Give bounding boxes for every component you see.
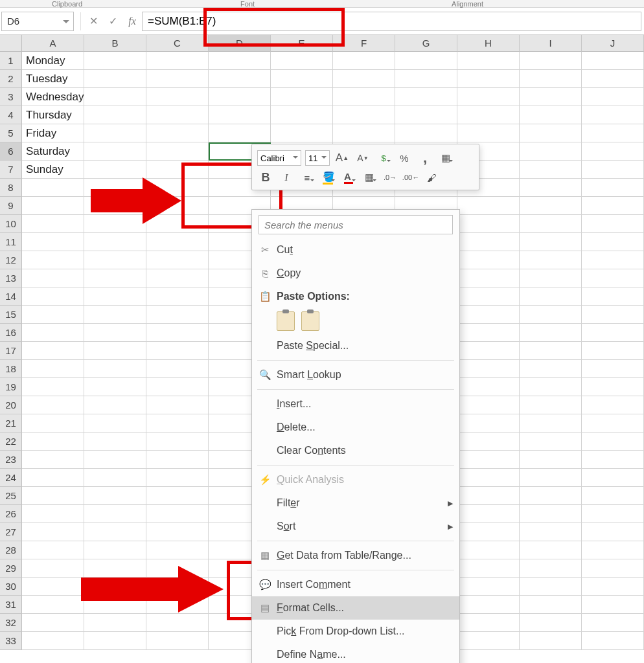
cell[interactable]	[457, 269, 520, 287]
cell[interactable]	[146, 433, 209, 451]
cell[interactable]	[146, 487, 209, 505]
cell[interactable]	[84, 52, 146, 70]
row-header[interactable]: 20	[0, 396, 22, 414]
decrease-font-button[interactable]: A▼	[354, 150, 371, 166]
cell[interactable]	[84, 269, 146, 287]
row-header[interactable]: 10	[0, 215, 22, 233]
cell[interactable]: Monday	[22, 52, 84, 70]
cell[interactable]	[457, 378, 520, 396]
cell[interactable]	[22, 632, 84, 650]
menu-item-insert[interactable]: Insert...	[252, 392, 459, 416]
cell[interactable]	[520, 541, 582, 559]
cell[interactable]	[582, 70, 644, 88]
cell[interactable]	[84, 342, 146, 360]
cell[interactable]	[520, 251, 582, 269]
cell[interactable]	[457, 596, 520, 614]
cell[interactable]	[457, 414, 520, 433]
cell[interactable]	[22, 414, 84, 433]
row-header[interactable]: 24	[0, 469, 22, 487]
cell[interactable]	[146, 523, 209, 541]
cell[interactable]	[457, 324, 520, 342]
cell[interactable]	[146, 469, 209, 487]
cell[interactable]	[457, 360, 520, 378]
cell[interactable]	[146, 269, 209, 287]
cell[interactable]	[582, 632, 644, 650]
cell[interactable]	[84, 451, 146, 469]
cell[interactable]	[520, 433, 582, 451]
conditional-format-button[interactable]: ▦	[437, 150, 454, 166]
row-header[interactable]: 4	[0, 106, 22, 124]
cell[interactable]	[209, 124, 271, 142]
menu-item-copy[interactable]: ⎘ Copy	[252, 262, 459, 285]
cell[interactable]	[582, 215, 644, 233]
cell[interactable]	[22, 433, 84, 451]
cell[interactable]	[520, 360, 582, 378]
cell[interactable]: Tuesday	[22, 70, 84, 88]
cell[interactable]	[457, 487, 520, 505]
cell[interactable]	[395, 106, 457, 124]
cell[interactable]	[457, 88, 520, 106]
cell[interactable]	[22, 559, 84, 578]
cell[interactable]	[84, 233, 146, 251]
cell[interactable]	[457, 614, 520, 632]
cell[interactable]	[146, 360, 209, 378]
menu-item-smart-lookup[interactable]: 🔍 Smart Lookup	[252, 363, 459, 387]
cell[interactable]	[22, 541, 84, 559]
menu-item-insert-comment[interactable]: 💬 Insert Comment	[252, 573, 459, 596]
menu-item-clear-contents[interactable]: Clear Contents	[252, 439, 459, 462]
cell[interactable]	[84, 378, 146, 396]
cell[interactable]	[457, 523, 520, 541]
cell[interactable]	[84, 324, 146, 342]
format-painter-button[interactable]: 🖌	[423, 170, 440, 185]
cell[interactable]	[520, 269, 582, 287]
cell[interactable]	[209, 52, 271, 70]
center-align-button[interactable]: ≡	[299, 170, 316, 185]
select-all-button[interactable]	[0, 35, 22, 52]
cell[interactable]	[582, 269, 644, 287]
cell[interactable]	[22, 269, 84, 287]
cell[interactable]	[582, 396, 644, 414]
menu-item-paste-special[interactable]: Paste Special...	[252, 334, 459, 357]
menu-item-define-name[interactable]: Define Name...	[252, 643, 459, 663]
cell[interactable]	[582, 414, 644, 433]
cell[interactable]	[520, 233, 582, 251]
cell[interactable]	[582, 342, 644, 360]
row-header[interactable]: 15	[0, 306, 22, 324]
cancel-button[interactable]: ✕	[84, 12, 103, 31]
menu-search-input[interactable]	[259, 215, 453, 234]
cell[interactable]	[84, 396, 146, 414]
percent-format-button[interactable]: %	[396, 150, 413, 166]
cell[interactable]	[22, 342, 84, 360]
cell[interactable]	[333, 52, 395, 70]
cell[interactable]	[84, 614, 146, 632]
cell[interactable]	[457, 197, 520, 215]
cell[interactable]	[22, 360, 84, 378]
row-header[interactable]: 12	[0, 251, 22, 269]
enter-button[interactable]: ✓	[103, 12, 122, 31]
cell[interactable]	[457, 287, 520, 306]
cell[interactable]	[271, 124, 333, 142]
cell[interactable]	[582, 523, 644, 541]
fx-button[interactable]: fx	[122, 12, 142, 31]
cell[interactable]	[395, 52, 457, 70]
cell[interactable]	[520, 324, 582, 342]
cell[interactable]	[146, 306, 209, 324]
cell[interactable]	[84, 142, 146, 161]
cell[interactable]	[22, 251, 84, 269]
cell[interactable]	[84, 487, 146, 505]
cell[interactable]	[520, 559, 582, 578]
cell[interactable]	[457, 396, 520, 414]
cell[interactable]	[395, 70, 457, 88]
cell[interactable]	[209, 70, 271, 88]
cell[interactable]	[582, 142, 644, 161]
column-header[interactable]: G	[395, 35, 457, 52]
cell[interactable]	[582, 106, 644, 124]
cell[interactable]	[520, 52, 582, 70]
cell[interactable]	[84, 505, 146, 523]
cell[interactable]	[582, 596, 644, 614]
column-header[interactable]: H	[457, 35, 520, 52]
cell[interactable]	[84, 360, 146, 378]
row-header[interactable]: 11	[0, 233, 22, 251]
row-header[interactable]: 6	[0, 142, 22, 161]
cell[interactable]	[146, 88, 209, 106]
